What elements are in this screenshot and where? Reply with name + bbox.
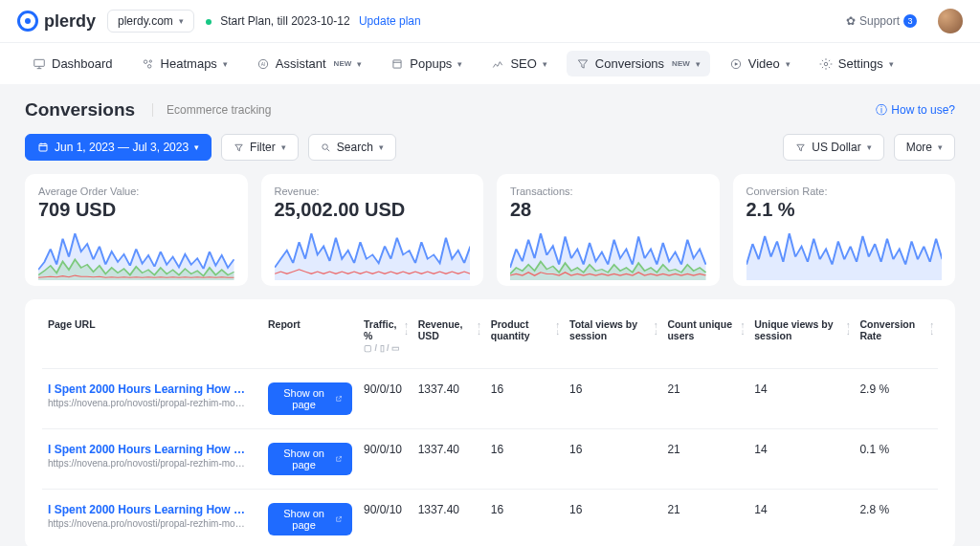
calendar-icon: [37, 142, 49, 153]
col-product[interactable]: Product quantity↑↓: [485, 309, 564, 369]
col-revenue[interactable]: Revenue, USD↑↓: [412, 309, 485, 369]
col-users[interactable]: Count unique users↑↓: [661, 309, 748, 369]
page-subtitle: Ecommerce tracking: [152, 103, 271, 117]
nav-assistant[interactable]: AI AssistantNEW ▾: [247, 51, 371, 76]
col-traffic[interactable]: Traffic, %▢ / ▯ / ▭↑↓: [358, 309, 412, 369]
show-on-page-button[interactable]: Show on page: [268, 443, 352, 475]
table-row: I Spent 2000 Hours Learning How To Learn…: [42, 369, 938, 429]
chevron-down-icon: ▾: [786, 59, 791, 69]
row-url: https://novena.pro/novosti/propal-rezhim…: [48, 518, 249, 529]
row-url: https://novena.pro/novosti/propal-rezhim…: [48, 458, 249, 469]
support-label: Support: [859, 14, 900, 28]
cell-product: 16: [485, 369, 564, 429]
cell-revenue: 1337.40: [412, 429, 485, 490]
row-title-link[interactable]: I Spent 2000 Hours Learning How To Learn…: [48, 382, 249, 396]
nav-dashboard[interactable]: Dashboard: [23, 51, 122, 76]
cell-traffic: 90/0/10: [358, 429, 412, 490]
nav-popups[interactable]: Popups ▾: [381, 51, 472, 76]
svg-rect-9: [39, 144, 47, 152]
how-to-link[interactable]: ⓘ How to use?: [876, 102, 955, 119]
cell-views: 16: [564, 369, 661, 429]
cell-views: 16: [564, 429, 661, 490]
card-value: 2.1 %: [746, 199, 943, 221]
table-row: I Spent 2000 Hours Learning How To Learn…: [42, 490, 938, 547]
col-uviews[interactable]: Unique views by session↑↓: [748, 309, 854, 369]
filter-button[interactable]: Filter ▾: [221, 134, 299, 161]
cell-uviews: 14: [748, 490, 854, 547]
card-value: 28: [510, 199, 706, 221]
brand-logo[interactable]: plerdy: [17, 11, 96, 32]
col-conv[interactable]: Conversion Rate↑↓: [854, 309, 938, 369]
video-icon: [729, 57, 743, 71]
row-url: https://novena.pro/novosti/propal-rezhim…: [48, 398, 249, 408]
chevron-down-icon: ▾: [179, 16, 184, 26]
update-plan-link[interactable]: Update plan: [359, 14, 421, 28]
card-label: Revenue:: [275, 186, 471, 197]
heatmap-icon: [142, 57, 155, 71]
domain-label: plerdy.com: [118, 14, 173, 28]
cell-views: 16: [564, 490, 661, 547]
show-on-page-button[interactable]: Show on page: [268, 503, 352, 535]
cell-conv: 2.9 %: [854, 369, 938, 429]
table-row: I Spent 2000 Hours Learning How To Learn…: [42, 429, 938, 490]
assistant-icon: AI: [256, 57, 270, 71]
card-label: Conversion Rate:: [746, 186, 943, 197]
currency-button[interactable]: US Dollar ▾: [783, 134, 883, 161]
chevron-down-icon: ▾: [194, 142, 199, 152]
card-value: 709 USD: [38, 199, 234, 221]
domain-selector[interactable]: plerdy.com ▾: [107, 10, 194, 33]
col-views[interactable]: Total views by session↑↓: [564, 309, 661, 369]
col-report: Report: [262, 309, 358, 369]
metric-card: Revenue: 25,002.00 USD: [261, 174, 484, 286]
nav-seo[interactable]: SEO ▾: [481, 51, 556, 76]
cell-product: 16: [485, 429, 564, 490]
nav-settings[interactable]: Settings ▾: [810, 51, 903, 76]
support-count-badge: 3: [903, 14, 917, 28]
more-button[interactable]: More ▾: [894, 134, 955, 161]
chevron-down-icon: ▾: [281, 142, 286, 152]
nav-heatmaps[interactable]: Heatmaps ▾: [132, 51, 237, 76]
metric-card: Transactions: 28: [497, 174, 720, 286]
show-on-page-button[interactable]: Show on page: [268, 382, 352, 415]
chevron-down-icon: ▾: [379, 142, 384, 152]
card-value: 25,002.00 USD: [275, 199, 471, 221]
chevron-down-icon: ▾: [889, 59, 894, 69]
cell-users: 21: [661, 429, 748, 490]
row-title-link[interactable]: I Spent 2000 Hours Learning How To Learn…: [48, 503, 249, 516]
metric-card: Average Order Value: 709 USD: [25, 174, 248, 286]
card-label: Average Order Value:: [38, 186, 234, 197]
brand-name: plerdy: [44, 11, 96, 32]
nav-conversions[interactable]: ConversionsNEW ▾: [567, 51, 710, 76]
metric-card: Conversion Rate: 2.1 %: [733, 174, 956, 286]
avatar[interactable]: [938, 9, 963, 33]
filter-icon: [234, 142, 244, 153]
support-link[interactable]: ✿ Support 3: [846, 14, 917, 28]
popup-icon: [390, 57, 404, 71]
external-link-icon: [335, 514, 343, 524]
nav-video[interactable]: Video ▾: [720, 51, 800, 76]
cell-revenue: 1337.40: [412, 490, 485, 547]
sparkline-chart: [38, 227, 234, 280]
gear-icon: [819, 57, 833, 71]
chevron-down-icon: ▾: [867, 142, 872, 152]
help-icon: ⓘ: [876, 102, 887, 119]
cell-conv: 2.8 %: [854, 490, 938, 547]
cell-users: 21: [661, 369, 748, 429]
cell-traffic: 90/0/10: [358, 490, 412, 547]
seo-icon: [491, 57, 504, 71]
sparkline-chart: [510, 227, 706, 280]
funnel-icon: [576, 57, 590, 71]
cell-uviews: 14: [748, 429, 854, 490]
cell-uviews: 14: [748, 369, 854, 429]
svg-point-8: [824, 62, 828, 66]
row-title-link[interactable]: I Spent 2000 Hours Learning How To Learn…: [48, 443, 249, 456]
svg-rect-0: [34, 59, 45, 66]
col-page-url: Page URL: [42, 309, 262, 369]
monitor-icon: [33, 57, 46, 71]
svg-rect-6: [393, 59, 401, 67]
page-title: Conversions: [25, 99, 135, 120]
external-link-icon: [335, 454, 343, 464]
search-button[interactable]: Search ▾: [308, 134, 396, 161]
filter-icon: [795, 142, 806, 153]
date-range-button[interactable]: Jun 1, 2023 — Jul 3, 2023 ▾: [25, 134, 212, 161]
